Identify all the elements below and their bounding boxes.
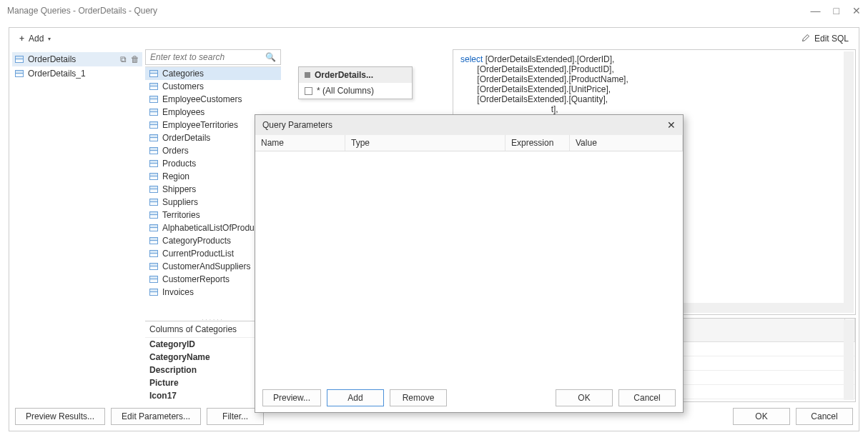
titlebar: Manage Queries - OrderDetails - Query — … bbox=[0, 0, 868, 21]
table-icon bbox=[149, 160, 158, 167]
table-name: Suppliers bbox=[162, 197, 198, 207]
table-name: Invoices bbox=[162, 287, 194, 297]
dialog-col-expression[interactable]: Expression bbox=[505, 135, 570, 151]
trash-icon[interactable]: 🗑 bbox=[131, 54, 139, 64]
dialog-title: Query Parameters bbox=[262, 120, 667, 130]
table-icon bbox=[149, 147, 158, 154]
table-icon bbox=[15, 56, 24, 63]
table-icon bbox=[15, 70, 24, 77]
cancel-button[interactable]: Cancel bbox=[796, 408, 853, 425]
table-icon bbox=[149, 121, 158, 129]
dialog-preview-button[interactable]: Preview... bbox=[262, 389, 321, 406]
table-name: CustomerAndSuppliers bbox=[162, 261, 250, 271]
dialog-cancel-button[interactable]: Cancel bbox=[618, 389, 676, 406]
copy-icon[interactable]: ⧉ bbox=[120, 54, 127, 64]
scrollbar-vertical[interactable] bbox=[844, 51, 854, 313]
window-title: Manage Queries - OrderDetails - Query bbox=[7, 6, 811, 16]
query-name: OrderDetails_1 bbox=[28, 69, 86, 79]
table-icon bbox=[149, 96, 158, 103]
pencil-icon bbox=[802, 34, 810, 44]
diagram-table-title: OrderDetails... bbox=[315, 70, 373, 80]
table-name: CurrentProductList bbox=[162, 249, 234, 259]
add-button[interactable]: + Add ▾ bbox=[15, 31, 55, 46]
checkbox-icon[interactable] bbox=[305, 87, 312, 95]
table-icon bbox=[149, 109, 158, 116]
table-name: OrderDetails bbox=[162, 133, 210, 143]
edit-sql-label: Edit SQL bbox=[814, 34, 849, 44]
table-name: EmployeeTerritories bbox=[162, 120, 238, 130]
table-name: Region bbox=[162, 171, 189, 181]
table-icon bbox=[149, 199, 158, 206]
table-row[interactable]: Customers bbox=[145, 80, 281, 93]
table-name: CustomerReports bbox=[162, 274, 230, 284]
dialog-grid-body[interactable] bbox=[255, 151, 683, 384]
chevron-down-icon: ▾ bbox=[48, 36, 51, 42]
search-input[interactable] bbox=[146, 52, 265, 62]
dialog-col-name[interactable]: Name bbox=[255, 135, 345, 151]
query-parameters-dialog: Query Parameters ✕ Name Type Expression … bbox=[255, 114, 684, 413]
diagram-table[interactable]: OrderDetails... * (All Columns) bbox=[298, 66, 413, 99]
table-row[interactable]: Categories bbox=[145, 67, 281, 80]
table-icon bbox=[149, 83, 158, 90]
table-icon bbox=[149, 237, 158, 244]
dialog-col-type[interactable]: Type bbox=[345, 135, 505, 151]
dialog-close-button[interactable]: ✕ bbox=[667, 119, 676, 131]
queries-panel: OrderDetails⧉🗑OrderDetails_1 bbox=[9, 49, 145, 402]
add-label: Add bbox=[29, 34, 44, 44]
table-name: EmployeeCustomers bbox=[162, 94, 242, 104]
close-button[interactable]: ✕ bbox=[852, 5, 861, 16]
search-box[interactable]: 🔍 bbox=[145, 49, 281, 65]
edit-parameters-button[interactable]: Edit Parameters... bbox=[111, 408, 201, 425]
maximize-button[interactable]: □ bbox=[834, 5, 839, 16]
dialog-button-bar: Preview... Add Remove OK Cancel bbox=[255, 384, 683, 412]
table-icon bbox=[149, 263, 158, 270]
dialog-grid-header: Name Type Expression Value bbox=[255, 135, 683, 151]
table-name: Orders bbox=[162, 146, 189, 156]
dialog-add-button[interactable]: Add bbox=[327, 389, 384, 406]
table-icon bbox=[149, 173, 158, 180]
table-name: Employees bbox=[162, 107, 204, 117]
table-icon bbox=[149, 276, 158, 283]
preview-results-button[interactable]: Preview Results... bbox=[15, 408, 105, 425]
table-icon bbox=[149, 134, 158, 141]
query-item[interactable]: OrderDetails_1 bbox=[12, 66, 142, 81]
table-icon bbox=[149, 250, 158, 257]
top-toolbar: + Add ▾ Edit SQL bbox=[9, 28, 859, 49]
diagram-all-columns-row[interactable]: * (All Columns) bbox=[299, 83, 412, 99]
table-name: Shippers bbox=[162, 184, 196, 194]
table-name: AlphabeticalListOfProducts bbox=[162, 223, 265, 233]
table-name: Products bbox=[162, 159, 196, 169]
table-icon bbox=[149, 70, 158, 77]
query-name: OrderDetails bbox=[28, 54, 76, 64]
table-name: Categories bbox=[162, 69, 204, 79]
dialog-titlebar[interactable]: Query Parameters ✕ bbox=[255, 115, 683, 135]
table-icon bbox=[149, 224, 158, 231]
table-name: Territories bbox=[162, 210, 200, 220]
plus-icon: + bbox=[19, 34, 24, 44]
grid-scrollbar-vertical[interactable] bbox=[844, 320, 854, 400]
table-icon bbox=[305, 72, 310, 78]
table-row[interactable]: EmployeeCustomers bbox=[145, 93, 281, 106]
diagram-all-columns-label: * (All Columns) bbox=[317, 86, 374, 96]
dialog-ok-button[interactable]: OK bbox=[556, 389, 613, 406]
ok-button[interactable]: OK bbox=[733, 408, 790, 425]
query-item[interactable]: OrderDetails⧉🗑 bbox=[12, 52, 142, 66]
edit-sql-button[interactable]: Edit SQL bbox=[797, 31, 853, 47]
table-icon bbox=[149, 186, 158, 193]
dialog-remove-button[interactable]: Remove bbox=[390, 389, 447, 406]
table-icon bbox=[149, 211, 158, 219]
table-name: CategoryProducts bbox=[162, 236, 231, 246]
search-icon[interactable]: 🔍 bbox=[265, 52, 280, 62]
minimize-button[interactable]: — bbox=[811, 5, 821, 16]
diagram-table-header[interactable]: OrderDetails... bbox=[299, 67, 412, 83]
table-icon bbox=[149, 289, 158, 296]
dialog-col-value[interactable]: Value bbox=[570, 135, 683, 151]
table-name: Customers bbox=[162, 81, 204, 91]
